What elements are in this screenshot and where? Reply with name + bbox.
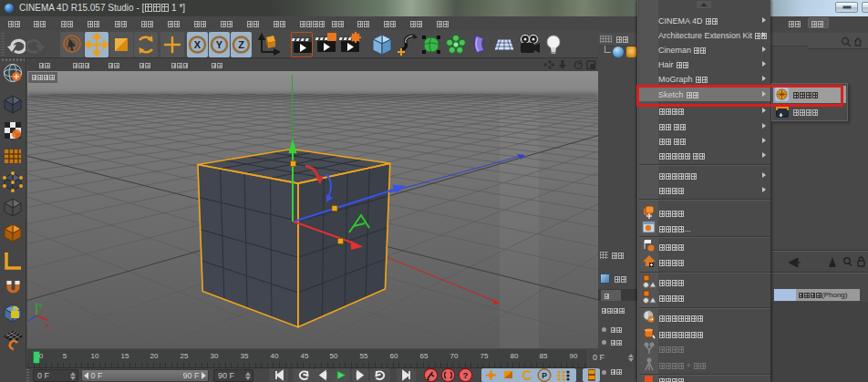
svg-text:Z: Z	[238, 39, 244, 50]
svg-text:Y: Y	[38, 303, 43, 309]
svg-text:?: ?	[463, 370, 469, 380]
svg-text:P: P	[542, 371, 547, 380]
svg-text:X: X	[46, 323, 50, 329]
svg-text:Y: Y	[216, 39, 223, 50]
svg-text:X: X	[194, 39, 202, 50]
